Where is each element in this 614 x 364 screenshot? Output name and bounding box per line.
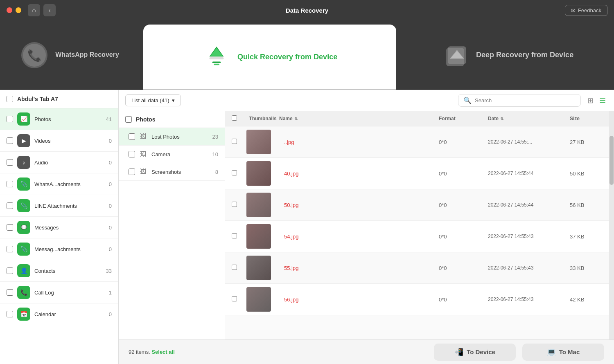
sidebar-item-photos[interactable]: 📈 Photos 41	[0, 108, 118, 130]
file-checkbox-2[interactable]	[232, 170, 237, 175]
app-title: Data Recovery	[286, 7, 328, 14]
photos-icon: 📈	[17, 112, 30, 126]
photos-count: 41	[106, 116, 112, 122]
file-name-5: 55.jpg	[279, 265, 439, 271]
folder-panel: Photos 🖼 Lost Photos 23 🖼 Camera 10	[119, 111, 225, 339]
thumb-placeholder	[246, 130, 271, 154]
thumb-placeholder	[246, 224, 271, 249]
to-mac-button[interactable]: 💻 To Mac	[522, 344, 604, 361]
thumb-placeholder	[246, 287, 271, 312]
calendar-count: 0	[109, 311, 112, 317]
tab-quick-label: Quick Recovery from Device	[237, 52, 337, 62]
table-row[interactable]: 54.jpg 0*0 2022-06-27 14:55:43 37 KB	[225, 221, 609, 252]
table-row[interactable]: 56.jpg 0*0 2022-06-27 14:55:43 42 KB	[225, 284, 609, 315]
photos-folder-label: Photos	[136, 116, 155, 123]
select-all-checkbox[interactable]	[232, 115, 237, 121]
sidebar-item-videos[interactable]: ▶ Videos 0	[0, 130, 118, 152]
device-name: Abdul's Tab A7	[17, 96, 58, 102]
header-name[interactable]: Name ⇅	[279, 116, 439, 121]
call-log-checkbox[interactable]	[7, 289, 13, 296]
screenshots-checkbox[interactable]	[129, 169, 135, 175]
messages-checkbox[interactable]	[7, 224, 13, 231]
name-sort-icon: ⇅	[294, 117, 298, 121]
sidebar-item-audio[interactable]: ♪ Audio 0	[0, 152, 118, 173]
call-log-label: Call Log	[34, 290, 105, 296]
camera-count: 10	[212, 151, 218, 157]
sidebar-item-contacts[interactable]: 👤 Contacts 33	[0, 260, 118, 282]
sidebar-item-calendar[interactable]: 📅 Calendar 0	[0, 303, 118, 325]
file-checkbox-1[interactable]	[232, 139, 237, 144]
file-thumbnail-6	[246, 287, 279, 312]
folder-camera[interactable]: 🖼 Camera 10	[119, 146, 225, 163]
sidebar-item-line-att[interactable]: 📎 LINE Attachments 0	[0, 195, 118, 217]
sidebar-item-messages[interactable]: 💬 Messages 0	[0, 217, 118, 238]
list-view-button[interactable]: ☰	[598, 94, 607, 107]
table-row[interactable]: ..jpg 0*0 2022-06-27 14:55:... 27 KB	[225, 126, 609, 158]
table-row[interactable]: 40.jpg 0*0 2022-06-27 14:55:44 50 KB	[225, 158, 609, 189]
select-all-link[interactable]: Select all	[151, 349, 174, 355]
device-checkbox[interactable]	[7, 96, 13, 102]
back-button[interactable]: ‹	[43, 4, 56, 16]
contacts-checkbox[interactable]	[7, 267, 13, 274]
row-checkbox-5	[232, 264, 246, 272]
tab-whatsapp[interactable]: 📞 WhatsApp Recovery	[0, 20, 139, 90]
calendar-checkbox[interactable]	[7, 311, 13, 317]
scrollbar[interactable]	[609, 111, 614, 339]
whatsapp-icon: 📞	[20, 41, 49, 70]
header-date[interactable]: Date ⇅	[488, 116, 570, 121]
thumb-placeholder	[246, 161, 271, 186]
whatsapp-att-checkbox[interactable]	[7, 181, 13, 187]
grid-view-button[interactable]: ⊞	[586, 94, 595, 107]
file-checkbox-4[interactable]	[232, 233, 237, 238]
photos-folder-checkbox[interactable]	[125, 116, 132, 123]
sidebar: Abdul's Tab A7 📈 Photos 41 ▶ Videos 0	[0, 90, 119, 364]
main-content: Abdul's Tab A7 📈 Photos 41 ▶ Videos 0	[0, 90, 614, 364]
file-name-2: 40.jpg	[279, 171, 439, 177]
home-button[interactable]: ⌂	[28, 4, 40, 16]
tab-quick[interactable]: Quick Recovery from Device	[143, 25, 396, 90]
contacts-count: 33	[106, 268, 112, 274]
file-size-1: 27 KB	[570, 139, 603, 145]
folder-lost-photos[interactable]: 🖼 Lost Photos 23	[119, 128, 225, 146]
file-checkbox-5[interactable]	[232, 265, 237, 270]
file-list-container: Thumbnails Name ⇅ Format Date ⇅	[225, 111, 614, 339]
file-checkbox-6[interactable]	[232, 296, 237, 301]
svg-rect-6	[212, 61, 221, 63]
file-checkbox-3[interactable]	[232, 202, 237, 207]
folder-screenshots[interactable]: 🖼 Screenshots 8	[119, 163, 225, 181]
videos-checkbox[interactable]	[7, 137, 13, 144]
messages-count: 0	[109, 225, 112, 231]
file-date-5: 2022-06-27 14:55:43	[488, 265, 570, 271]
sidebar-item-call-log[interactable]: 📞 Call Log 1	[0, 282, 118, 303]
audio-label: Audio	[34, 160, 105, 166]
table-row[interactable]: 50.jpg 0*0 2022-06-27 14:55:44 56 KB	[225, 189, 609, 221]
file-name-4: 54.jpg	[279, 234, 439, 240]
feedback-button[interactable]: ✉ Feedback	[565, 5, 607, 16]
file-name-6: 56.jpg	[279, 297, 439, 303]
thumbnails-col-label: Thumbnails	[249, 116, 276, 121]
table-row[interactable]: 55.jpg 0*0 2022-06-27 14:55:43 33 KB	[225, 252, 609, 284]
list-all-button[interactable]: List all data (41) ▾	[125, 94, 181, 106]
line-att-checkbox[interactable]	[7, 202, 13, 209]
to-device-button[interactable]: 📲 To Device	[434, 344, 516, 361]
camera-label: Camera	[151, 151, 170, 157]
audio-checkbox[interactable]	[7, 159, 13, 166]
minimize-button[interactable]	[16, 7, 21, 13]
file-format-1: 0*0	[439, 139, 488, 145]
footer-info: 92 items. Select all	[129, 349, 175, 355]
thumb-image-5	[246, 256, 271, 280]
camera-checkbox[interactable]	[129, 151, 135, 157]
search-input[interactable]	[475, 97, 576, 103]
file-format-4: 0*0	[439, 234, 488, 240]
msg-att-checkbox[interactable]	[7, 246, 13, 252]
whatsapp-att-label: WhatsA...achments	[34, 181, 105, 187]
sidebar-item-msg-att[interactable]: 📎 Messag...achments 0	[0, 238, 118, 260]
file-format-6: 0*0	[439, 297, 488, 303]
close-button[interactable]	[7, 7, 12, 13]
to-mac-label: To Mac	[559, 348, 580, 355]
lost-photos-checkbox[interactable]	[129, 133, 135, 140]
sidebar-item-whatsapp-att[interactable]: 📎 WhatsA...achments 0	[0, 173, 118, 195]
search-icon: 🔍	[463, 97, 472, 104]
photos-checkbox[interactable]	[7, 116, 13, 122]
tab-deep[interactable]: Deep Recovery from Device	[400, 20, 614, 90]
